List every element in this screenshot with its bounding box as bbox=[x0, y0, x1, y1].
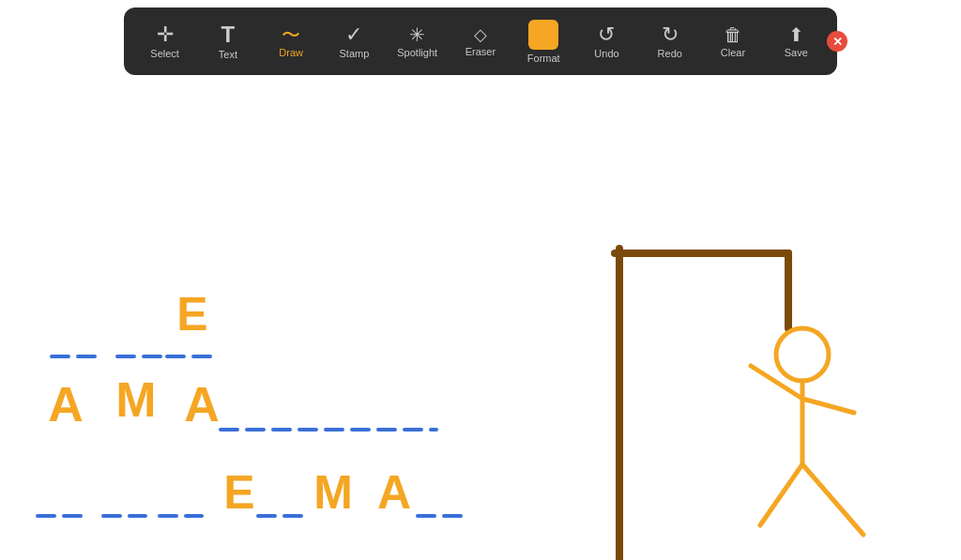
tool-eraser[interactable]: ◇ Eraser bbox=[456, 26, 505, 57]
redo-icon: ↻ bbox=[662, 24, 679, 45]
tool-stamp[interactable]: ✓ Stamp bbox=[329, 24, 378, 59]
undo-icon: ↺ bbox=[598, 24, 615, 45]
format-label: Format bbox=[527, 53, 560, 64]
stamp-icon: ✓ bbox=[345, 24, 362, 45]
tool-redo[interactable]: ↻ Redo bbox=[646, 24, 694, 59]
clear-icon: 🗑 bbox=[724, 25, 742, 44]
undo-label: Undo bbox=[594, 48, 618, 59]
clear-label: Clear bbox=[721, 47, 745, 58]
text-label: Text bbox=[219, 49, 237, 60]
tool-clear[interactable]: 🗑 Clear bbox=[709, 25, 757, 58]
stamp-label: Stamp bbox=[340, 48, 370, 59]
draw-label: Draw bbox=[279, 47, 303, 58]
tool-text[interactable]: T Text bbox=[204, 23, 252, 60]
close-button[interactable]: ✕ bbox=[827, 31, 847, 52]
tool-spotlight[interactable]: ✳ Spotlight bbox=[393, 25, 442, 58]
drawing-canvas[interactable] bbox=[0, 75, 961, 560]
draw-icon: 〜 bbox=[282, 25, 300, 44]
tool-format[interactable]: Format bbox=[519, 20, 568, 64]
spotlight-icon: ✳ bbox=[409, 25, 425, 44]
toolbar: ✛ Select T Text 〜 Draw ✓ Stamp ✳ Spotlig… bbox=[124, 8, 837, 75]
spotlight-label: Spotlight bbox=[397, 47, 437, 58]
format-color-box bbox=[528, 20, 558, 50]
save-icon: ⬆ bbox=[788, 25, 804, 44]
tool-undo[interactable]: ↺ Undo bbox=[582, 24, 631, 59]
tool-save[interactable]: ⬆ Save bbox=[771, 25, 820, 58]
select-label: Select bbox=[150, 48, 179, 59]
save-label: Save bbox=[785, 47, 808, 58]
tool-select[interactable]: ✛ Select bbox=[141, 24, 190, 59]
redo-label: Redo bbox=[658, 48, 682, 59]
select-icon: ✛ bbox=[157, 24, 174, 45]
eraser-icon: ◇ bbox=[474, 26, 487, 43]
canvas-area[interactable] bbox=[0, 75, 961, 560]
eraser-label: Eraser bbox=[465, 46, 496, 57]
tool-draw[interactable]: 〜 Draw bbox=[267, 25, 315, 58]
text-icon: T bbox=[221, 23, 236, 46]
